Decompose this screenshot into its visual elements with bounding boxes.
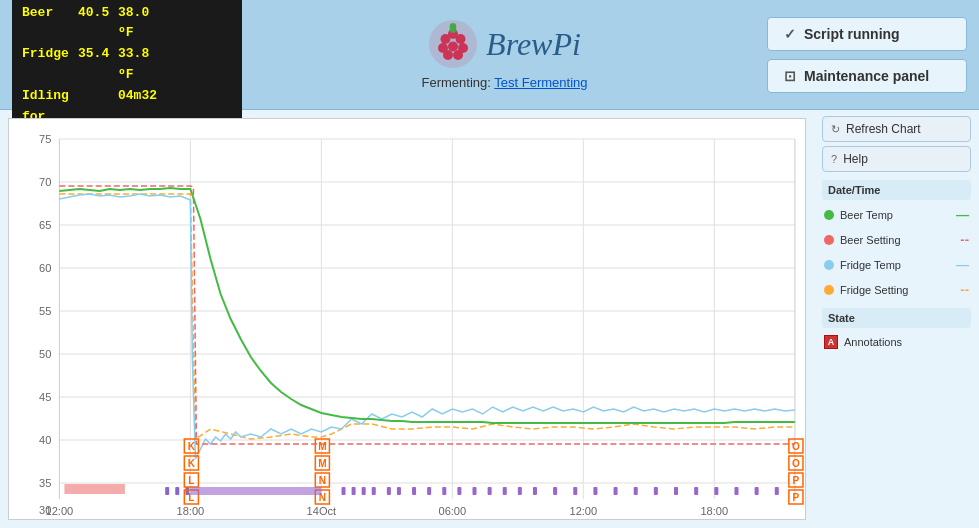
svg-text:L: L	[188, 475, 194, 486]
annotations-item: A Annotations	[822, 332, 971, 352]
svg-text:14Oct: 14Oct	[307, 505, 337, 517]
script-running-button[interactable]: ✓ Script running	[767, 17, 967, 51]
fridge-setting-dot	[824, 285, 834, 295]
svg-rect-88	[553, 487, 557, 495]
svg-text:N: N	[319, 475, 326, 486]
beer-setting-legend: Beer Setting --	[822, 229, 971, 250]
fermenting-profile-link[interactable]: Test Fermenting	[494, 75, 587, 90]
help-button[interactable]: ? Help	[822, 146, 971, 172]
header: Mode Beer Const. Beer 40.5 38.0 ºF Fridg…	[0, 0, 979, 110]
svg-text:55: 55	[39, 305, 51, 317]
chart-area: 75 70 65 60 55 50 45 40 35 30 12:00 18:0…	[8, 118, 806, 520]
fermenting-label: Fermenting:	[422, 75, 491, 90]
svg-rect-91	[614, 487, 618, 495]
svg-text:70: 70	[39, 176, 51, 188]
maintenance-panel-button[interactable]: ⊡ Maintenance panel	[767, 59, 967, 93]
script-running-label: Script running	[804, 26, 900, 42]
svg-text:35: 35	[39, 477, 51, 489]
state-section: State	[822, 308, 971, 328]
svg-rect-46	[175, 487, 179, 495]
svg-rect-81	[442, 487, 446, 495]
svg-rect-77	[387, 487, 391, 495]
svg-rect-90	[593, 487, 597, 495]
svg-rect-89	[573, 487, 577, 495]
right-buttons: ✓ Script running ⊡ Maintenance panel	[767, 17, 967, 93]
svg-text:12:00: 12:00	[46, 505, 74, 517]
center-logo: BrewPi Fermenting: Test Fermenting	[242, 19, 767, 90]
fridge-setting-legend: Fridge Setting --	[822, 279, 971, 300]
beer-temp-dot	[824, 210, 834, 220]
chart-svg: 75 70 65 60 55 50 45 40 35 30 12:00 18:0…	[9, 119, 805, 519]
svg-text:18:00: 18:00	[177, 505, 205, 517]
svg-text:40: 40	[39, 434, 51, 446]
svg-rect-86	[518, 487, 522, 495]
svg-point-11	[451, 24, 455, 33]
svg-rect-80	[427, 487, 431, 495]
svg-text:P: P	[793, 492, 800, 503]
svg-text:50: 50	[39, 348, 51, 360]
svg-rect-93	[654, 487, 658, 495]
annotations-box: A	[824, 335, 838, 349]
svg-rect-76	[372, 487, 376, 495]
svg-text:18:00: 18:00	[700, 505, 728, 517]
svg-rect-75	[362, 487, 366, 495]
svg-text:45: 45	[39, 391, 51, 403]
right-panel: ↻ Refresh Chart ? Help Date/Time Beer Te…	[814, 110, 979, 528]
svg-rect-85	[503, 487, 507, 495]
brewpi-logo-text: BrewPi	[486, 26, 581, 63]
raspberry-icon	[428, 19, 478, 69]
beer-setting-dash: --	[960, 232, 969, 247]
svg-rect-74	[352, 487, 356, 495]
svg-text:O: O	[792, 441, 800, 452]
refresh-icon: ↻	[831, 123, 840, 136]
fridge-temp-dot	[824, 260, 834, 270]
svg-point-2	[441, 34, 451, 44]
lcd-beer-val2: 38.0 ºF	[118, 3, 168, 45]
svg-rect-84	[488, 487, 492, 495]
svg-rect-45	[165, 487, 169, 495]
datetime-section: Date/Time	[822, 180, 971, 200]
svg-rect-79	[412, 487, 416, 495]
svg-rect-94	[674, 487, 678, 495]
svg-rect-73	[342, 487, 346, 495]
logo-area: BrewPi	[428, 19, 581, 69]
fridge-temp-legend: Fridge Temp —	[822, 254, 971, 275]
beer-setting-dot	[824, 235, 834, 245]
svg-rect-95	[694, 487, 698, 495]
lcd-row-beer: Beer 40.5 38.0 ºF	[22, 3, 232, 45]
svg-text:12:00: 12:00	[569, 505, 597, 517]
svg-rect-99	[775, 487, 779, 495]
svg-text:60: 60	[39, 262, 51, 274]
svg-rect-97	[734, 487, 738, 495]
refresh-chart-button[interactable]: ↻ Refresh Chart	[822, 116, 971, 142]
beer-temp-dash: —	[956, 207, 969, 222]
lcd-fridge-val1: 35.4	[78, 44, 114, 86]
checkmark-icon: ✓	[784, 26, 796, 42]
svg-text:O: O	[792, 458, 800, 469]
svg-point-8	[453, 50, 463, 60]
help-label: Help	[843, 152, 868, 166]
main-content: 75 70 65 60 55 50 45 40 35 30 12:00 18:0…	[0, 110, 979, 528]
svg-text:65: 65	[39, 219, 51, 231]
beer-temp-legend: Beer Temp —	[822, 204, 971, 225]
svg-text:K: K	[188, 458, 196, 469]
lcd-beer-val1: 40.5	[78, 3, 114, 45]
fermenting-status: Fermenting: Test Fermenting	[422, 75, 588, 90]
question-icon: ?	[831, 153, 837, 165]
svg-point-3	[456, 34, 466, 44]
lcd-fridge-val2: 33.8 ºF	[118, 44, 168, 86]
fridge-temp-label: Fridge Temp	[840, 259, 950, 271]
lcd-fridge-label: Fridge	[22, 44, 74, 86]
svg-text:06:00: 06:00	[438, 505, 466, 517]
svg-text:P: P	[793, 475, 800, 486]
svg-rect-87	[533, 487, 537, 495]
svg-rect-83	[472, 487, 476, 495]
fridge-setting-label: Fridge Setting	[840, 284, 954, 296]
svg-point-7	[443, 50, 453, 60]
svg-rect-98	[755, 487, 759, 495]
lcd-panel: Mode Beer Const. Beer 40.5 38.0 ºF Fridg…	[12, 0, 242, 135]
refresh-chart-label: Refresh Chart	[846, 122, 921, 136]
beer-temp-label: Beer Temp	[840, 209, 950, 221]
svg-rect-92	[634, 487, 638, 495]
svg-text:M: M	[318, 441, 326, 452]
